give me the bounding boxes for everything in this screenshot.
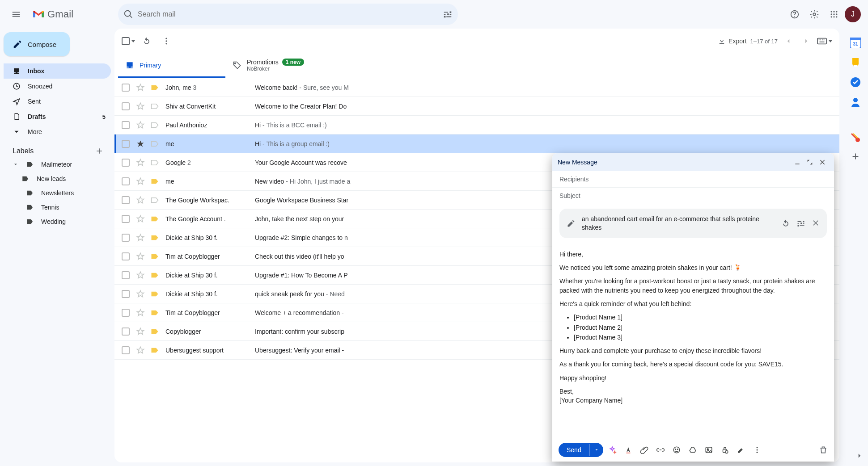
export-button[interactable]: Export <box>718 37 746 45</box>
row-checkbox[interactable] <box>122 102 130 110</box>
importance-marker[interactable] <box>150 216 159 222</box>
calendar-app[interactable]: 31 <box>850 38 861 48</box>
contacts-app[interactable] <box>851 97 860 107</box>
star-button[interactable] <box>136 290 145 298</box>
star-button[interactable] <box>136 308 145 317</box>
row-checkbox[interactable] <box>122 159 130 167</box>
image-button[interactable] <box>704 445 713 454</box>
star-button[interactable] <box>136 158 145 167</box>
confidential-button[interactable] <box>720 445 729 454</box>
sidebar-item-inbox[interactable]: Inbox <box>4 63 111 79</box>
search-input[interactable] <box>137 10 439 19</box>
attach-button[interactable] <box>640 445 649 454</box>
row-checkbox[interactable] <box>122 121 130 129</box>
star-button[interactable] <box>136 139 145 148</box>
label-tennis[interactable]: Tennis <box>4 200 111 214</box>
star-button[interactable] <box>136 233 145 242</box>
importance-marker[interactable] <box>150 310 159 316</box>
search-bar[interactable] <box>118 4 458 25</box>
format-text-button[interactable] <box>624 445 633 454</box>
star-button[interactable] <box>136 214 145 223</box>
star-button[interactable] <box>136 102 145 111</box>
row-checkbox[interactable] <box>122 196 130 204</box>
add-label-icon[interactable] <box>95 147 104 155</box>
row-checkbox[interactable] <box>122 271 130 279</box>
label-newsletters[interactable]: Newsletters <box>4 186 111 200</box>
importance-marker[interactable] <box>150 253 159 260</box>
select-all[interactable] <box>122 37 135 45</box>
star-button[interactable] <box>136 252 145 261</box>
tune-icon[interactable] <box>796 219 805 228</box>
sidebar-item-more[interactable]: More <box>4 124 111 139</box>
row-checkbox[interactable] <box>122 84 130 92</box>
star-button[interactable] <box>136 196 145 205</box>
importance-marker[interactable] <box>150 235 159 241</box>
discard-draft-button[interactable] <box>819 445 828 454</box>
account-avatar[interactable]: J <box>845 6 861 22</box>
subject-field[interactable]: Subject <box>552 188 834 204</box>
tasks-app[interactable] <box>850 77 861 88</box>
apps-button[interactable] <box>825 5 843 23</box>
compose-body[interactable]: Hi there, We noticed you left some amazi… <box>552 243 834 438</box>
compose-button[interactable]: Compose <box>4 32 70 56</box>
row-checkbox[interactable] <box>122 140 130 148</box>
tab-primary[interactable]: Primary <box>118 54 225 78</box>
importance-marker[interactable] <box>150 160 159 166</box>
ai-sparkle-button[interactable] <box>608 445 617 454</box>
label-new-leads[interactable]: New leads <box>4 172 111 186</box>
send-button[interactable]: Send <box>559 443 603 457</box>
importance-marker[interactable] <box>150 291 159 297</box>
star-button[interactable] <box>136 83 145 92</box>
sidebar-item-drafts[interactable]: Drafts 5 <box>4 109 111 124</box>
more-button[interactable] <box>158 33 174 49</box>
importance-marker[interactable] <box>150 84 159 91</box>
close-icon[interactable] <box>812 219 820 227</box>
importance-marker[interactable] <box>150 197 159 203</box>
more-options-button[interactable] <box>753 445 762 454</box>
support-button[interactable] <box>786 5 804 23</box>
refresh-button[interactable] <box>139 33 155 49</box>
recipients-field[interactable]: Recipients <box>552 171 834 188</box>
fullscreen-icon[interactable] <box>806 159 813 166</box>
tune-icon[interactable] <box>443 9 453 19</box>
label-wedding[interactable]: Wedding <box>4 214 111 229</box>
star-button[interactable] <box>136 346 145 355</box>
keep-app[interactable] <box>851 57 860 68</box>
expand-icon[interactable] <box>13 161 19 168</box>
drive-button[interactable] <box>688 445 697 454</box>
row-checkbox[interactable] <box>122 177 130 185</box>
sidebar-item-snoozed[interactable]: Snoozed <box>4 79 111 94</box>
link-button[interactable] <box>656 445 665 454</box>
meteor-app[interactable] <box>851 133 860 143</box>
row-checkbox[interactable] <box>122 290 130 298</box>
mail-row[interactable]: John, me 3 Welcome back! - Sure, see you… <box>114 78 839 97</box>
row-checkbox[interactable] <box>122 309 130 317</box>
main-menu-button[interactable] <box>7 5 25 23</box>
compose-header[interactable]: New Message <box>552 153 834 171</box>
sidebar-item-sent[interactable]: Sent <box>4 94 111 109</box>
add-addon[interactable] <box>851 151 860 161</box>
row-checkbox[interactable] <box>122 252 130 260</box>
importance-marker[interactable] <box>150 328 159 335</box>
row-checkbox[interactable] <box>122 215 130 223</box>
row-checkbox[interactable] <box>122 346 130 354</box>
pager-prev[interactable] <box>781 34 796 48</box>
label-mailmeteor[interactable]: Mailmeteor <box>4 157 111 172</box>
regenerate-icon[interactable] <box>781 219 790 228</box>
emoji-button[interactable] <box>672 445 681 454</box>
row-checkbox[interactable] <box>122 327 130 336</box>
star-button[interactable] <box>136 327 145 336</box>
importance-marker[interactable] <box>150 347 159 353</box>
mail-row[interactable]: Shiv at ConvertKit Welcome to the Creato… <box>114 97 839 116</box>
mail-row[interactable]: Paul Anthonioz Hi - This is a BCC email … <box>114 116 839 134</box>
input-type-toggle[interactable] <box>817 38 832 45</box>
pager-next[interactable] <box>799 34 813 48</box>
importance-marker[interactable] <box>150 103 159 109</box>
close-icon[interactable] <box>819 159 826 166</box>
star-button[interactable] <box>136 177 145 186</box>
importance-marker[interactable] <box>150 141 159 147</box>
tab-promotions[interactable]: Promotions 1 new NoBroker <box>225 54 333 78</box>
star-button[interactable] <box>136 271 145 280</box>
importance-marker[interactable] <box>150 178 159 185</box>
mail-row[interactable]: me Hi - This is a group email :) <box>114 134 839 153</box>
